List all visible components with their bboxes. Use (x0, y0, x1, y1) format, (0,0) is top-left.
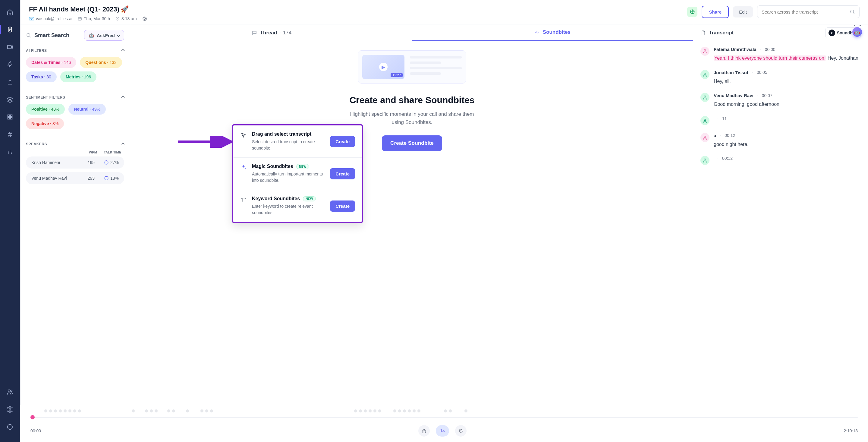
filter-pill[interactable]: Questions · 133 (80, 57, 122, 68)
chevron-down-icon (117, 33, 120, 37)
nav-bolt-icon[interactable] (4, 58, 16, 70)
svg-point-7 (9, 409, 11, 410)
option-title: Drag and select transcript (252, 131, 325, 137)
nav-video-icon[interactable] (4, 41, 16, 53)
wpm-column-header: WPM (82, 150, 97, 154)
sentiment-filters-header: SENTIMENT FILTERS (26, 95, 124, 99)
sentiment-pill[interactable]: Positive · 48% (26, 104, 65, 115)
text-icon (240, 197, 247, 203)
nav-analytics-icon[interactable] (4, 146, 16, 158)
nav-notes-icon[interactable] (4, 24, 16, 36)
avatar (701, 93, 710, 102)
tab-soundbites[interactable]: Soundbites (412, 24, 693, 41)
waveform-icon (829, 30, 835, 36)
avatar (701, 116, 710, 125)
player-bar: 00:00 1× 2:10:18 (20, 405, 868, 442)
playhead[interactable] (30, 415, 35, 419)
svg-point-14 (850, 10, 854, 13)
create-soundbite-menu: Drag and select transcriptSelect desired… (232, 124, 363, 223)
nav-upload-icon[interactable] (4, 76, 16, 88)
nav-settings-icon[interactable] (4, 404, 16, 415)
soundbite-option-row: Drag and select transcriptSelect desired… (233, 125, 362, 158)
collapse-icon[interactable] (121, 95, 124, 99)
center-panel: Thread · 174 Soundbites ▶ 12:27 (131, 24, 693, 442)
svg-rect-3 (8, 118, 10, 119)
speaker-name: Venu Madhav Ravi (714, 93, 753, 98)
speaker-name: a (714, 133, 716, 138)
transcript-entry[interactable]: Fatema Umrethwala·00:00Yeah, I think eve… (701, 47, 861, 62)
speakers-header: SPEAKERS (26, 142, 124, 146)
share-button[interactable]: Share (702, 6, 729, 18)
search-icon (849, 9, 855, 14)
nav-team-icon[interactable] (4, 386, 16, 398)
soundbite-option-row: Keyword SoundbitesNEWEnter keyword to cr… (233, 190, 362, 222)
svg-rect-2 (10, 115, 12, 117)
meeting-title: FF All hands Meet (Q1- 2023) 🚀 (29, 5, 147, 13)
timeline[interactable] (30, 409, 858, 422)
timestamp: 00:07 (762, 93, 772, 98)
chrome-icon (142, 16, 147, 21)
svg-point-17 (704, 73, 706, 74)
play-icon: ▶ (379, 63, 388, 71)
timestamp: 00:12 (724, 133, 735, 138)
thumbs-up-button[interactable] (418, 425, 430, 437)
meeting-time: 8:18 am (116, 16, 137, 21)
waveform-icon (534, 30, 540, 35)
rocket-emoji: 🚀 (121, 5, 129, 13)
sentiment-pill[interactable]: Negative · 3% (26, 118, 64, 129)
transcript-text: Hey, all. (714, 78, 861, 85)
ai-filters-header: AI FILTERS (26, 49, 124, 53)
playback-speed-button[interactable]: 1× (436, 425, 449, 437)
transcript-search[interactable] (757, 5, 860, 18)
svg-rect-0 (7, 46, 11, 49)
sentiment-pill[interactable]: Neutral · 49% (68, 104, 106, 115)
option-title: Magic SoundbitesNEW (252, 164, 325, 169)
total-time: 2:10:18 (844, 429, 858, 433)
meeting-date: Thu, Mar 30th (78, 16, 110, 21)
topbar: FF All hands Meet (Q1- 2023) 🚀 📧 vaishak… (21, 0, 868, 24)
transcript-entry[interactable]: ·11 (701, 116, 861, 125)
talktime-column-header: TALK TIME (97, 150, 121, 154)
filter-pill[interactable]: Tasks · 30 (26, 71, 57, 82)
avatar (701, 156, 710, 165)
timestamp: 00:00 (765, 47, 775, 52)
visibility-globe-icon[interactable] (687, 7, 698, 17)
new-badge: NEW (296, 164, 309, 169)
speaker-row[interactable]: Venu Madhav Ravi29318% (26, 172, 124, 184)
tab-thread[interactable]: Thread · 174 (131, 24, 412, 41)
transcript-entry[interactable]: Jonathan Tissot·00:05Hey, all. (701, 70, 861, 85)
edit-button[interactable]: Edit (733, 6, 753, 18)
assistant-fab[interactable]: 🤖 (852, 27, 864, 36)
timestamp: 11 (722, 116, 727, 121)
option-description: Automatically turn important moments int… (252, 171, 325, 184)
search-input[interactable] (762, 9, 849, 14)
nav-info-icon[interactable] (4, 421, 16, 433)
transcript-text: good night here. (714, 141, 861, 148)
collapse-icon[interactable] (121, 142, 124, 146)
speaker-row[interactable]: Krish Ramineni19527% (26, 156, 124, 169)
collapse-icon[interactable] (121, 49, 124, 52)
transcript-entry[interactable]: a·00:12 good night here. (701, 133, 861, 148)
soundbite-panel-description: Highlight specific moments in your call … (349, 110, 475, 126)
filter-pill[interactable]: Dates & Times · 146 (26, 57, 76, 68)
transcript-entry[interactable]: Venu Madhav Ravi·00:07Good morning, good… (701, 93, 861, 108)
create-button[interactable]: Create (330, 168, 355, 179)
svg-point-20 (704, 136, 706, 137)
create-soundbite-button[interactable]: Create Soundbite (382, 136, 442, 151)
nav-home-icon[interactable] (4, 6, 16, 18)
nav-hash-icon[interactable] (4, 128, 16, 141)
svg-point-21 (704, 159, 706, 160)
rewind-5s-button[interactable] (455, 425, 467, 437)
nav-apps-icon[interactable] (4, 111, 16, 123)
option-title: Keyword SoundbitesNEW (252, 196, 325, 201)
ask-fred-button[interactable]: 🤖 AskFred (84, 30, 124, 41)
create-button[interactable]: Create (330, 201, 355, 212)
nav-layers-icon[interactable] (4, 93, 16, 106)
transcript-text: Yeah, I think everyone should turn their… (714, 54, 861, 62)
filter-pill[interactable]: Metrics · 196 (60, 71, 96, 82)
create-button[interactable]: Create (330, 136, 355, 147)
timestamp: 00:05 (757, 70, 767, 75)
avatar (701, 70, 710, 79)
transcript-entry[interactable]: ·00:12 (701, 156, 861, 165)
svg-rect-1 (8, 115, 10, 117)
